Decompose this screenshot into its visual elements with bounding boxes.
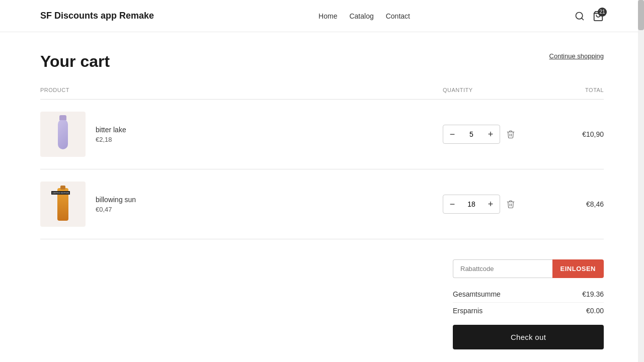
quantity-controls-bitter-lake: − + <box>443 125 543 144</box>
quantity-input[interactable] <box>461 200 481 208</box>
cart-item: LIMITED EDITION billowing sun €0,47 − + <box>40 169 604 239</box>
col-product: PRODUCT <box>40 87 433 93</box>
product-price: €0,47 <box>96 206 136 213</box>
continue-shopping-link[interactable]: Continue shopping <box>549 52 604 60</box>
col-quantity: QUANTITY <box>443 87 543 93</box>
product-details-billowing-sun: billowing sun €0,47 <box>96 196 136 213</box>
quantity-box: − + <box>443 195 500 214</box>
search-icon <box>575 11 585 21</box>
product-image-bitter-lake <box>40 112 86 157</box>
limited-edition-label: LIMITED EDITION <box>51 191 70 195</box>
product-image-billowing-sun: LIMITED EDITION <box>40 182 86 227</box>
cart-items: bitter lake €2,18 − + <box>40 100 604 239</box>
gesamtsumme-label: Gesamtsumme <box>453 290 501 298</box>
discount-input[interactable] <box>453 259 552 278</box>
header: SF Discounts app Remake Home Catalog Con… <box>0 0 644 32</box>
delete-item-button[interactable] <box>504 128 517 141</box>
quantity-increase-button[interactable]: + <box>481 125 500 143</box>
einlosen-button[interactable]: EINLOSEN <box>552 259 604 278</box>
gesamtsumme-value: €19.36 <box>582 290 604 298</box>
search-button[interactable] <box>575 11 585 21</box>
header-icons: 21 <box>575 11 604 22</box>
summary-box: EINLOSEN Gesamtsumme €19.36 Ersparnis €0… <box>453 259 604 349</box>
ersparnis-line: Ersparnis €0.00 <box>453 303 604 319</box>
quantity-input[interactable] <box>461 130 481 138</box>
quantity-controls-billowing-sun: − + <box>443 195 543 214</box>
gesamtsumme-line: Gesamtsumme €19.36 <box>453 286 604 303</box>
quantity-increase-button[interactable]: + <box>481 195 500 213</box>
product-info-group: bitter lake €2,18 <box>40 112 433 157</box>
item-total-billowing-sun: €8,46 <box>543 200 604 208</box>
table-headers: PRODUCT QUANTITY TOTAL <box>40 87 604 100</box>
billowing-sun-bottle: LIMITED EDITION <box>57 188 68 221</box>
ersparnis-value: €0.00 <box>586 307 604 315</box>
delete-item-button[interactable] <box>504 198 517 211</box>
product-details-bitter-lake: bitter lake €2,18 <box>96 126 126 143</box>
discount-row: EINLOSEN <box>453 259 604 278</box>
main-nav: Home Catalog Contact <box>318 12 410 20</box>
trash-icon <box>506 200 515 209</box>
nav-catalog[interactable]: Catalog <box>349 12 373 20</box>
product-name[interactable]: bitter lake <box>96 126 126 134</box>
product-price: €2,18 <box>96 136 126 143</box>
scrollbar-thumb[interactable] <box>638 0 644 30</box>
ersparnis-label: Ersparnis <box>453 307 482 315</box>
item-total-bitter-lake: €10,90 <box>543 130 604 138</box>
cart-header: Your cart Continue shopping <box>40 52 604 71</box>
bitter-lake-tube <box>58 119 68 149</box>
nav-contact[interactable]: Contact <box>386 12 410 20</box>
product-info-group: LIMITED EDITION billowing sun €0,47 <box>40 182 433 227</box>
summary-section: EINLOSEN Gesamtsumme €19.36 Ersparnis €0… <box>40 259 604 349</box>
cart-badge: 21 <box>598 8 607 17</box>
col-total: TOTAL <box>543 87 604 93</box>
quantity-decrease-button[interactable]: − <box>443 125 461 143</box>
product-name[interactable]: billowing sun <box>96 196 136 204</box>
quantity-decrease-button[interactable]: − <box>443 195 461 213</box>
svg-line-1 <box>582 18 584 20</box>
logo[interactable]: SF Discounts app Remake <box>40 11 154 21</box>
cart-button[interactable]: 21 <box>593 11 604 22</box>
main-content: Your cart Continue shopping PRODUCT QUAN… <box>0 32 644 362</box>
trash-icon <box>506 130 515 139</box>
checkout-button[interactable]: Check out <box>453 325 604 349</box>
cart-title: Your cart <box>40 52 110 71</box>
scrollbar[interactable] <box>638 0 644 362</box>
quantity-box: − + <box>443 125 500 144</box>
nav-home[interactable]: Home <box>318 12 337 20</box>
cart-item: bitter lake €2,18 − + <box>40 100 604 169</box>
